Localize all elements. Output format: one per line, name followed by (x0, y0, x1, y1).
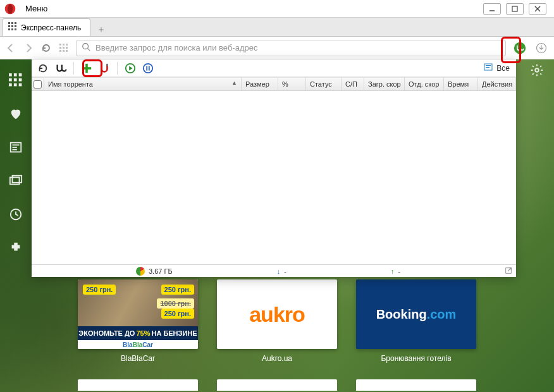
svg-rect-55 (486, 67, 489, 68)
reload-button[interactable] (40, 42, 52, 54)
tile-thumbnail: Booking.com (356, 279, 476, 349)
utorrent-toolbar: Все (32, 59, 516, 77)
filter-label: Все (496, 64, 510, 73)
svg-rect-14 (15, 28, 16, 30)
utorrent-status-bar: 3.67 ГБ ↓ - ↑ - (32, 264, 516, 277)
svg-rect-32 (14, 78, 17, 82)
disk-pie-icon (136, 267, 145, 276)
column-size[interactable]: Размер (242, 78, 278, 90)
svg-rect-12 (8, 28, 10, 30)
speed-dial-nav-icon[interactable] (58, 42, 70, 54)
new-tab-button[interactable]: ＋ (94, 23, 108, 36)
sort-arrow-icon: ▲ (231, 80, 237, 86)
maximize-button[interactable] (506, 3, 524, 15)
column-time[interactable]: Время (444, 78, 478, 90)
upload-arrow-icon: ↑ (391, 267, 395, 275)
svg-rect-21 (59, 50, 61, 52)
utorrent-extension-icon[interactable] (512, 40, 527, 56)
sidebar-history-icon[interactable] (9, 207, 23, 223)
tab-speed-dial[interactable]: Экспресс-панель (3, 18, 90, 36)
utorrent-torrent-list (32, 91, 516, 264)
speed-dial-sidebar (0, 59, 32, 392)
svg-point-24 (83, 44, 89, 49)
column-actions[interactable]: Действия (478, 78, 516, 90)
svg-rect-28 (9, 73, 12, 77)
tile-partial[interactable] (78, 379, 198, 391)
tile-aukro[interactable]: aukro Aukro.ua (217, 279, 337, 363)
sidebar-bookmarks-icon[interactable] (9, 107, 23, 123)
speed-dial-tiles-row2 (0, 379, 554, 391)
titlebar: Меню (0, 0, 554, 18)
menu-button[interactable]: Меню (20, 3, 52, 15)
filter-dropdown[interactable]: Все (481, 63, 512, 73)
popout-icon[interactable] (505, 267, 512, 276)
tile-label: Бронювання готелів (381, 354, 451, 363)
pause-button[interactable] (140, 61, 156, 76)
svg-rect-15 (59, 44, 61, 46)
tile-label: BlaBlaCar (121, 354, 155, 363)
tile-booking[interactable]: Booking.com Бронювання готелів (356, 279, 476, 363)
tile-blablacar[interactable]: 250 грн. 250 грн. 1000 грн. 250 грн. ЭКО… (78, 279, 198, 363)
svg-rect-13 (11, 28, 13, 30)
column-seed-peers[interactable]: С/П (342, 78, 364, 90)
column-upload-speed[interactable]: Отд. скор (405, 78, 444, 90)
opera-logo-icon (4, 3, 16, 15)
tile-label: Aukro.ua (262, 354, 292, 363)
svg-point-44 (535, 68, 539, 72)
svg-point-50 (144, 63, 152, 72)
svg-rect-9 (8, 25, 10, 27)
add-torrent-button[interactable] (79, 61, 94, 76)
address-bar (0, 37, 554, 59)
tile-partial[interactable] (356, 379, 476, 391)
sidebar-extensions-icon[interactable] (9, 241, 23, 257)
column-percent[interactable]: % (278, 78, 306, 90)
column-download-speed[interactable]: Загр. скор (364, 78, 405, 90)
svg-rect-48 (106, 63, 108, 66)
sidebar-news-icon[interactable] (9, 140, 23, 156)
svg-rect-20 (66, 47, 68, 49)
svg-rect-36 (19, 83, 22, 87)
svg-rect-3 (512, 6, 517, 11)
svg-rect-35 (14, 83, 17, 87)
svg-rect-23 (66, 50, 68, 52)
svg-rect-6 (8, 22, 10, 24)
address-field[interactable] (76, 40, 506, 56)
column-name[interactable]: Имя торрента▲ (44, 78, 242, 90)
settings-gear-icon[interactable] (530, 63, 544, 79)
svg-rect-34 (9, 83, 12, 87)
utorrent-logo-icon[interactable] (53, 61, 68, 76)
forward-button[interactable] (23, 42, 34, 54)
svg-rect-31 (9, 78, 12, 82)
svg-rect-10 (11, 25, 13, 27)
svg-rect-16 (63, 44, 65, 46)
refresh-button[interactable] (35, 61, 51, 76)
sidebar-speed-dial-icon[interactable] (9, 73, 23, 89)
select-all-checkbox[interactable] (34, 80, 42, 89)
svg-rect-42 (13, 176, 22, 183)
downloads-icon[interactable] (534, 40, 549, 56)
speed-dial-tiles: 250 грн. 250 грн. 1000 грн. 250 грн. ЭКО… (0, 279, 554, 363)
speed-dial-grid-icon (8, 22, 17, 33)
minimize-button[interactable] (483, 3, 501, 15)
tabstrip: Экспресс-панель ＋ (0, 18, 554, 37)
disk-free-label: 3.67 ГБ (149, 267, 173, 275)
column-status[interactable]: Статус (306, 78, 342, 90)
add-magnet-button[interactable] (97, 61, 112, 76)
svg-rect-19 (63, 47, 65, 49)
tile-partial[interactable] (217, 379, 337, 391)
back-button[interactable] (5, 42, 16, 54)
close-button[interactable] (529, 3, 546, 15)
filter-icon (484, 63, 493, 73)
address-input[interactable] (95, 43, 500, 52)
tab-label: Экспресс-панель (21, 23, 81, 32)
svg-rect-52 (149, 66, 150, 70)
svg-rect-8 (15, 22, 16, 24)
utorrent-panel: Все Имя торрента▲ Размер % Статус С/П За… (32, 59, 516, 277)
start-button[interactable] (123, 61, 138, 76)
column-checkbox[interactable] (32, 78, 44, 90)
svg-rect-29 (14, 73, 17, 77)
svg-rect-18 (59, 47, 61, 49)
sidebar-tabs-icon[interactable] (9, 174, 23, 190)
svg-point-1 (8, 4, 13, 13)
utorrent-column-headers: Имя торрента▲ Размер % Статус С/П Загр. … (32, 77, 516, 91)
